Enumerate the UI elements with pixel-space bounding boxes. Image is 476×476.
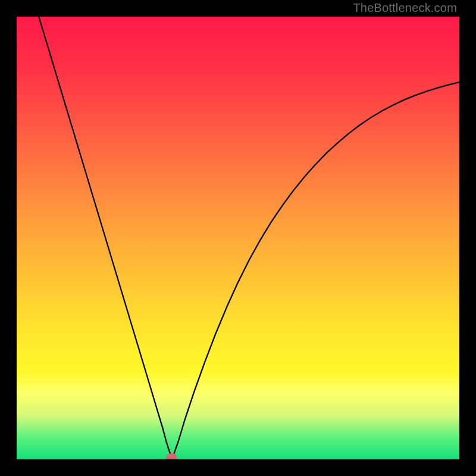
plot-area — [17, 17, 459, 459]
watermark-text: TheBottleneck.com — [353, 1, 457, 15]
curve-layer — [17, 17, 459, 459]
bottleneck-curve — [39, 17, 459, 457]
chart-frame: TheBottleneck.com — [0, 0, 476, 476]
min-marker — [166, 453, 177, 459]
